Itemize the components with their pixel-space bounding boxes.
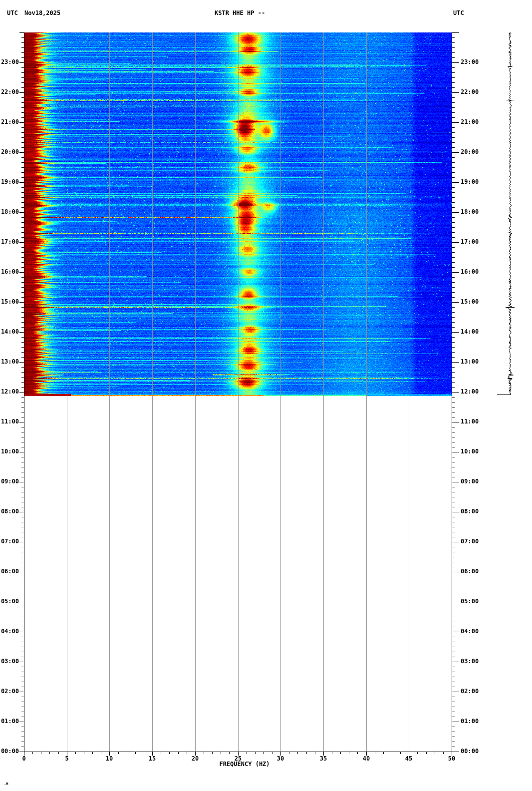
helicorder-spectrogram-page: UTC Nov18,2025 KSTR HHE HP -- UTC 23:002… bbox=[0, 0, 532, 791]
corner-mark: .M bbox=[4, 781, 8, 788]
header-date: Nov18,2025 bbox=[24, 10, 60, 16]
header-timezone-right: UTC bbox=[453, 10, 464, 16]
spectrogram-canvas bbox=[0, 0, 532, 791]
header-station-title: KSTR HHE HP -- bbox=[215, 10, 265, 16]
x-axis-title: FREQUENCY (HZ) bbox=[205, 761, 284, 768]
header-timezone-left: UTC bbox=[7, 10, 18, 16]
